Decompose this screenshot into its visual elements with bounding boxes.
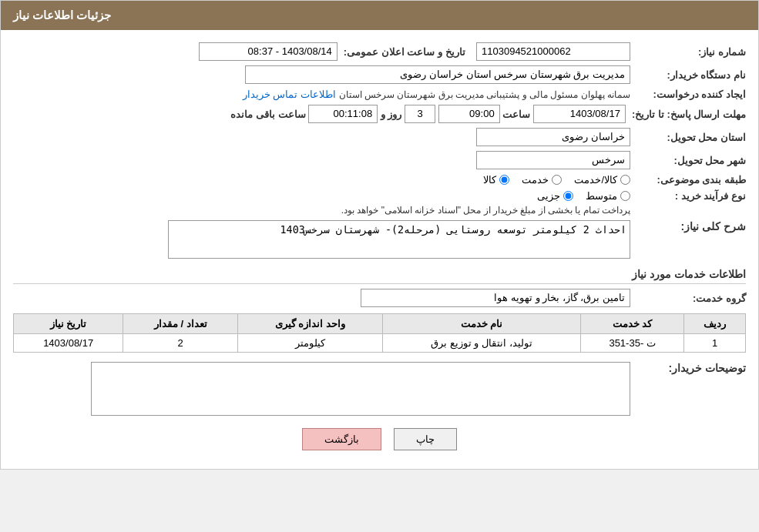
subject-option-khadamat-label: خدمت xyxy=(522,174,549,186)
delivery-province-label: استان محل تحویل: xyxy=(630,132,746,143)
subject-option-khadamat[interactable]: خدمت xyxy=(522,174,562,186)
requester-label: ایجاد کننده درخواست: xyxy=(630,89,746,100)
page-header: جزئیات اطلاعات نیاز xyxy=(1,1,758,30)
table-row: 1ت -35-351تولید، انتقال و توزیع برقکیلوم… xyxy=(14,334,746,353)
description-textarea[interactable]: احداث 2 کیلومتر توسعه روستایی (مرحله2)- … xyxy=(168,220,630,259)
subject-option-kala-khadamat-label: کالا/خدمت xyxy=(574,174,617,186)
buyer-org-value: مدیریت برق شهرستان سرخس استان خراسان رضو… xyxy=(245,65,630,84)
response-remaining-value: 00:11:08 xyxy=(308,105,378,123)
purchase-option-jozi-label: جزیی xyxy=(537,190,560,202)
service-group-label: گروه خدمت: xyxy=(630,293,746,304)
subject-radio-group: کالا/خدمت خدمت کالا xyxy=(483,174,630,186)
delivery-city-value: سرخس xyxy=(476,151,630,169)
subject-radio-khadamat[interactable] xyxy=(552,175,562,185)
need-number-value: 1103094521000062 xyxy=(476,42,630,61)
response-time-label: ساعت xyxy=(502,109,530,120)
buyer-desc-textarea[interactable] xyxy=(91,362,630,416)
cell-code: ت -35-351 xyxy=(581,334,684,353)
purchase-option-motawaset[interactable]: متوسط xyxy=(586,190,630,202)
announcement-date-label: تاریخ و ساعت اعلان عمومی: xyxy=(338,46,465,58)
purchase-radio-motawaset[interactable] xyxy=(620,191,630,201)
services-section-title: اطلاعات خدمات مورد نیاز xyxy=(13,268,746,284)
cell-row: 1 xyxy=(684,334,746,353)
col-name: نام خدمت xyxy=(382,314,580,334)
response-remaining-label: ساعت باقی مانده xyxy=(230,109,305,120)
col-date: تاریخ نیاز xyxy=(14,314,123,334)
cell-unit: کیلومتر xyxy=(238,334,383,353)
buyer-org-label: نام دستگاه خریدار: xyxy=(630,69,746,81)
response-date-value: 1403/08/17 xyxy=(533,105,626,123)
purchase-radio-jozi[interactable] xyxy=(563,191,573,201)
subject-option-kala-label: کالا xyxy=(483,174,496,186)
subject-label: طبقه بندی موضوعی: xyxy=(630,174,746,186)
response-time-value: 09:00 xyxy=(438,105,500,123)
cell-name: تولید، انتقال و توزیع برق xyxy=(382,334,580,353)
contact-link[interactable]: اطلاعات تماس خریدار xyxy=(243,89,336,100)
print-button[interactable]: چاپ xyxy=(394,428,457,450)
need-number-label: شماره نیاز: xyxy=(630,46,746,58)
purchase-option-jozi[interactable]: جزیی xyxy=(537,190,573,202)
col-row: ردیف xyxy=(684,314,746,334)
cell-quantity: 2 xyxy=(123,334,238,353)
delivery-city-label: شهر محل تحویل: xyxy=(630,155,746,166)
delivery-province-value: خراسان رضوی xyxy=(476,128,630,146)
announcement-date-value: 1403/08/14 - 08:37 xyxy=(199,42,338,61)
purchase-radio-group: متوسط جزیی xyxy=(341,190,630,202)
description-label: شرح کلی نیاز: xyxy=(630,220,746,233)
purchase-type-label: نوع فرآیند خرید : xyxy=(630,190,746,202)
subject-option-kala[interactable]: کالا xyxy=(483,174,509,186)
service-group-value: تامین برق، گاز، بخار و تهویه هوا xyxy=(361,289,630,307)
subject-radio-kala[interactable] xyxy=(499,175,509,185)
purchase-option-motawaset-label: متوسط xyxy=(586,190,617,202)
col-unit: واحد اندازه گیری xyxy=(238,314,383,334)
subject-option-kala-khadamat[interactable]: کالا/خدمت xyxy=(574,174,630,186)
cell-date: 1403/08/17 xyxy=(14,334,123,353)
purchase-note: پرداخت تمام یا بخشی از مبلغ خریدار از مح… xyxy=(341,205,630,216)
page-title: جزئیات اطلاعات نیاز xyxy=(13,8,111,22)
requester-value: سمانه پهلوان مسئول مالی و پشتیبانی مدیری… xyxy=(339,89,630,100)
response-days-label: روز و xyxy=(381,109,402,120)
col-code: کد خدمت xyxy=(581,314,684,334)
subject-radio-kala-khadamat[interactable] xyxy=(620,175,630,185)
response-days-value: 3 xyxy=(405,105,435,123)
button-row: چاپ بازگشت xyxy=(13,428,746,450)
services-table: ردیف کد خدمت نام خدمت واحد اندازه گیری ت… xyxy=(13,313,746,353)
response-deadline-label: مهلت ارسال پاسخ: تا تاریخ: xyxy=(626,109,746,120)
back-button[interactable]: بازگشت xyxy=(302,428,381,450)
buyer-desc-label: توضیحات خریدار: xyxy=(630,362,746,374)
col-quantity: تعداد / مقدار xyxy=(123,314,238,334)
